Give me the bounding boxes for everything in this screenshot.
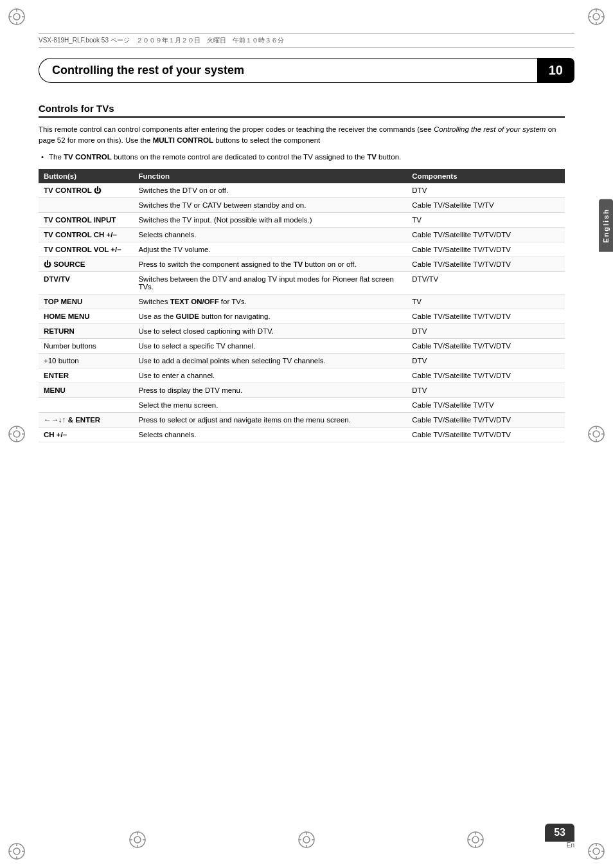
table-cell-function: Switches the TV input. (Not possible wit… (133, 212, 407, 227)
table-cell-function: Use to enter a channel. (133, 368, 407, 383)
table-cell-button: TV CONTROL INPUT (39, 212, 133, 227)
bottom-decoration-center (298, 831, 315, 849)
svg-point-49 (472, 836, 479, 843)
table-cell-button: ⏻ SOURCE (39, 257, 133, 271)
controls-table: Button(s) Function Components TV CONTROL… (39, 169, 565, 442)
table-cell-component: DTV (407, 383, 565, 397)
svg-point-31 (593, 431, 600, 437)
file-info-bar: VSX-819H_RLF.book 53 ページ ２００９年１月２０日 火曜日 … (39, 33, 574, 48)
table-cell-function: Press to display the DTV menu. (133, 383, 407, 397)
table-row: Switches the TV or CATV between standby … (39, 197, 565, 212)
chapter-number: 10 (537, 58, 574, 83)
intro-paragraph: This remote control can control componen… (39, 124, 565, 147)
table-cell-button: +10 button (39, 353, 133, 368)
table-cell-function: Switches between the DTV and analog TV i… (133, 271, 407, 294)
table-cell-function: Selects channels. (133, 227, 407, 242)
table-cell-component: Cable TV/Satellite TV/TV (407, 197, 565, 212)
table-row: HOME MENUUse as the GUIDE button for nav… (39, 309, 565, 323)
table-cell-function: Switches TEXT ON/OFF for TVs. (133, 294, 407, 309)
bullet-text3: button. (377, 153, 401, 161)
bullet-bold2: TV (367, 153, 377, 161)
side-decoration-left (8, 425, 26, 443)
bullet-text2: buttons on the remote control are dedica… (112, 153, 367, 161)
corner-decoration-bl (8, 842, 26, 860)
table-cell-function: Use as the GUIDE button for navigating. (133, 309, 407, 323)
corner-decoration-br (587, 842, 605, 860)
table-cell-button: ←→↓↑ & ENTER (39, 412, 133, 427)
col-header-button: Button(s) (39, 169, 133, 183)
table-row: Number buttonsUse to select a specific T… (39, 338, 565, 353)
table-cell-button: HOME MENU (39, 309, 133, 323)
table-cell-component: Cable TV/Satellite TV/TV/DTV (407, 257, 565, 271)
table-cell-button: TV CONTROL CH +/– (39, 227, 133, 242)
table-cell-function: Adjust the TV volume. (133, 242, 407, 257)
intro-text-p3: buttons to select the component (213, 136, 320, 144)
side-decoration-right (587, 425, 605, 443)
table-cell-component: Cable TV/Satellite TV/TV/DTV (407, 368, 565, 383)
intro-bold1: MULTI CONTROL (153, 136, 213, 144)
table-cell-component: DTV (407, 183, 565, 198)
corner-decoration-tl (8, 8, 26, 26)
table-cell-function: Selects channels. (133, 427, 407, 442)
table-cell-button: MENU (39, 383, 133, 397)
table-row: ENTERUse to enter a channel.Cable TV/Sat… (39, 368, 565, 383)
table-cell-component: TV (407, 212, 565, 227)
table-cell-component: Cable TV/Satellite TV/TV/DTV (407, 338, 565, 353)
table-cell-component: Cable TV/Satellite TV/TV/DTV (407, 309, 565, 323)
table-cell-function: Select the menu screen. (133, 397, 407, 412)
table-row: CH +/–Selects channels.Cable TV/Satellit… (39, 427, 565, 442)
table-cell-component: TV (407, 294, 565, 309)
table-cell-component: Cable TV/Satellite TV/TV (407, 397, 565, 412)
chapter-header: Controlling the rest of your system 10 (39, 58, 574, 83)
table-cell-component: Cable TV/Satellite TV/TV/DTV (407, 227, 565, 242)
table-header-row: Button(s) Function Components (39, 169, 565, 183)
corner-decoration-tr (587, 8, 605, 26)
table-cell-component: Cable TV/Satellite TV/TV/DTV (407, 427, 565, 442)
table-cell-button: TOP MENU (39, 294, 133, 309)
table-row: TV CONTROL ⏻Switches the DTV on or off.D… (39, 183, 565, 198)
svg-point-25 (13, 431, 20, 437)
table-cell-button: TV CONTROL VOL +/– (39, 242, 133, 257)
table-row: MENUPress to display the DTV menu.DTV (39, 383, 565, 397)
table-cell-button: RETURN (39, 323, 133, 338)
table-cell-button: DTV/TV (39, 271, 133, 294)
table-cell-component: DTV (407, 353, 565, 368)
page: VSX-819H_RLF.book 53 ページ ２００９年１月２０日 火曜日 … (0, 0, 613, 868)
table-cell-button: Number buttons (39, 338, 133, 353)
table-row: TV CONTROL CH +/–Selects channels.Cable … (39, 227, 565, 242)
table-cell-button: ENTER (39, 368, 133, 383)
col-header-function: Function (133, 169, 407, 183)
page-number: 53 (545, 824, 574, 842)
table-cell-function: Switches the DTV on or off. (133, 183, 407, 198)
table-cell-function: Use to select a specific TV channel. (133, 338, 407, 353)
svg-point-19 (593, 848, 600, 854)
table-cell-button: TV CONTROL ⏻ (39, 183, 133, 198)
table-row: ←→↓↑ & ENTERPress to select or adjust an… (39, 412, 565, 427)
table-cell-function: Use to select closed captioning with DTV… (133, 323, 407, 338)
table-cell-button (39, 397, 133, 412)
bullet-bold: TV CONTROL (64, 153, 112, 161)
table-cell-component: DTV/TV (407, 271, 565, 294)
table-cell-component: Cable TV/Satellite TV/TV/DTV (407, 412, 565, 427)
file-info-text: VSX-819H_RLF.book 53 ページ ２００９年１月２０日 火曜日 … (39, 37, 284, 44)
svg-point-13 (13, 848, 20, 854)
table-cell-function: Press to select or adjust and navigate i… (133, 412, 407, 427)
table-row: Select the menu screen.Cable TV/Satellit… (39, 397, 565, 412)
table-row: DTV/TVSwitches between the DTV and analo… (39, 271, 565, 294)
table-row: RETURNUse to select closed captioning wi… (39, 323, 565, 338)
table-row: ⏻ SOURCEPress to switch the component as… (39, 257, 565, 271)
page-number-area: 53 En (545, 824, 574, 849)
page-language: En (545, 842, 574, 849)
table-cell-component: Cable TV/Satellite TV/TV/DTV (407, 242, 565, 257)
table-row: TOP MENUSwitches TEXT ON/OFF for TVs.TV (39, 294, 565, 309)
chapter-title: Controlling the rest of your system (39, 58, 537, 83)
bullet-text1: The (49, 153, 64, 161)
svg-point-37 (134, 836, 141, 843)
svg-point-43 (303, 836, 310, 843)
svg-point-1 (13, 14, 20, 20)
col-header-component: Components (407, 169, 565, 183)
svg-point-7 (593, 14, 600, 20)
table-cell-function: Switches the TV or CATV between standby … (133, 197, 407, 212)
table-row: +10 buttonUse to add a decimal points wh… (39, 353, 565, 368)
intro-text-p1: This remote control can control componen… (39, 125, 434, 133)
